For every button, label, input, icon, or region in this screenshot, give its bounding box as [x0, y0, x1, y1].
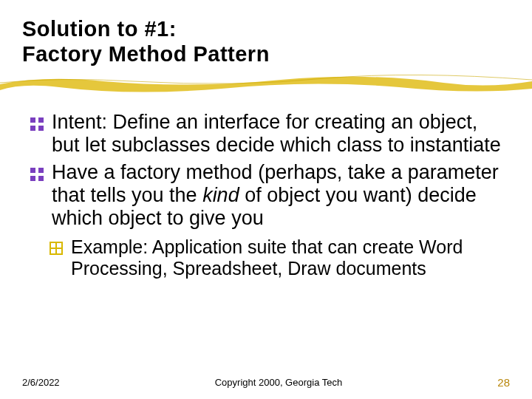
- footer-page-number: 28: [497, 376, 510, 389]
- footer-copyright: Copyright 2000, Georgia Tech: [215, 377, 342, 388]
- svg-rect-2: [30, 126, 35, 131]
- title-underline: [22, 74, 510, 93]
- title-line-1: Solution to #1:: [22, 16, 510, 41]
- bullet-text-kind: kind: [202, 184, 239, 206]
- svg-rect-7: [38, 176, 44, 181]
- footer-date: 2/6/2022: [22, 377, 60, 388]
- bullet-decor-icon: [30, 164, 44, 179]
- subbullet-decor-icon: [49, 239, 64, 253]
- brush-stroke-icon: [0, 69, 532, 96]
- svg-rect-5: [38, 168, 44, 173]
- slide-body: Intent: Define an interface for creating…: [22, 111, 510, 279]
- bullet-intent: Intent: Define an interface for creating…: [27, 111, 505, 157]
- slide-footer: 2/6/2022 Copyright 2000, Georgia Tech 28: [0, 376, 532, 389]
- slide: Solution to #1: Factory Method Pattern I…: [0, 0, 532, 399]
- subbullet-text: Example: Application suite that can crea…: [71, 236, 463, 279]
- svg-rect-1: [38, 117, 44, 123]
- bullet-factory-method: Have a factory method (perhaps, take a p…: [27, 161, 505, 229]
- svg-rect-3: [38, 126, 44, 131]
- title-line-2: Factory Method Pattern: [22, 41, 510, 66]
- slide-title: Solution to #1: Factory Method Pattern: [22, 16, 510, 66]
- svg-rect-6: [30, 176, 35, 181]
- svg-rect-4: [30, 168, 35, 173]
- bullet-decor-icon: [30, 114, 44, 129]
- svg-rect-0: [30, 117, 35, 123]
- subbullet-example: Example: Application suite that can crea…: [27, 236, 505, 279]
- bullet-text: Intent: Define an interface for creating…: [52, 111, 501, 156]
